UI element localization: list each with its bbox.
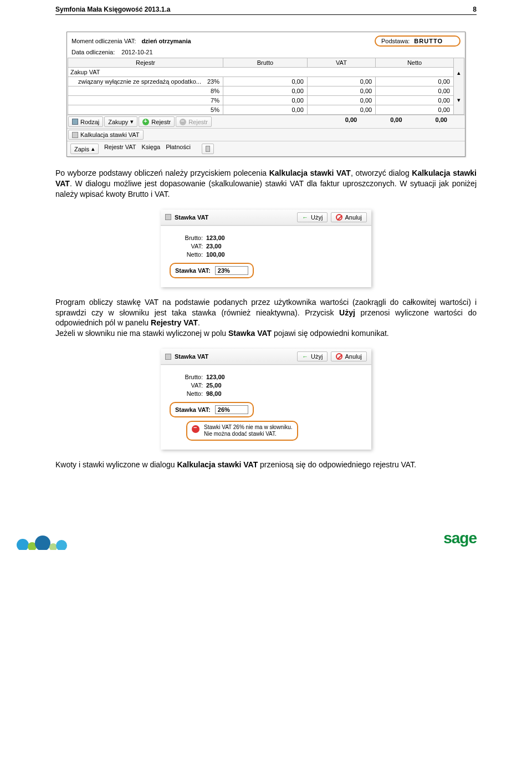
rate: 5% [68, 105, 223, 115]
cell[interactable]: 0,00 [223, 105, 308, 115]
total-vat: 0,00 [390, 116, 402, 127]
rate: 7% [68, 96, 223, 105]
minus-icon [180, 119, 186, 125]
calculator-icon [165, 214, 171, 220]
brutto-label: Brutto: [170, 234, 203, 241]
cancel-icon [336, 353, 342, 360]
list-icon [72, 119, 78, 125]
netto-label: Netto: [170, 390, 203, 397]
rodzaj-button[interactable]: Rodzaj [68, 116, 103, 127]
total-brutto: 0,00 [345, 116, 357, 127]
rate-label: Stawka VAT: [175, 406, 211, 413]
scrollbar[interactable]: ▴▾ [454, 58, 464, 115]
del-rejestr-button[interactable]: Rejestr [176, 116, 212, 127]
col-brutto: Brutto [223, 58, 308, 68]
doc-title: Symfonia Mała Księgowość 2013.1.a [55, 6, 170, 13]
cell[interactable]: 0,00 [376, 96, 454, 105]
moment-value: dzień otrzymania [141, 38, 191, 44]
warn-line1: Stawki VAT 26% nie ma w słowniku. [204, 424, 293, 430]
warn-line2: Nie można dodać stawki VAT. [204, 431, 277, 437]
total-netto: 0,00 [436, 116, 447, 127]
cancel-icon [336, 214, 342, 221]
rate-highlight: Stawka VAT: 23% [170, 263, 254, 278]
col-rejestr: Rejestr [68, 58, 223, 68]
cancel-button[interactable]: Anuluj [331, 351, 367, 361]
footer: sage [0, 522, 532, 550]
vat-label: VAT: [170, 382, 203, 389]
cancel-button[interactable]: Anuluj [331, 212, 367, 222]
paragraph-1: Po wyborze podstawy obliczeń należy przy… [55, 168, 477, 200]
cell[interactable]: 0,00 [223, 96, 308, 105]
cell[interactable]: 0,00 [376, 77, 454, 86]
kalkulacja-button[interactable]: Kalkulacja stawki VAT [68, 130, 144, 140]
cell[interactable]: 0,00 [223, 77, 308, 86]
moment-label: Moment odliczenia VAT: [71, 38, 136, 44]
dialog-title: Stawka VAT [175, 353, 294, 360]
calculator-icon [72, 132, 78, 138]
vat-label: VAT: [170, 243, 203, 249]
use-button[interactable]: Użyj [297, 351, 328, 361]
data-value: 2012-10-21 [121, 49, 152, 55]
use-button[interactable]: Użyj [297, 212, 328, 222]
paragraph-2: Program obliczy stawkę VAT na podstawie … [55, 297, 477, 339]
tab-ksiega[interactable]: Księga [142, 144, 161, 154]
data-label: Data odliczenia: [71, 49, 115, 55]
add-rejestr-button[interactable]: Rejestr [139, 116, 175, 127]
group-header: Zakup VAT [68, 68, 454, 77]
page-number: 8 [473, 6, 477, 13]
rate-highlight: Stawka VAT: 26% [170, 402, 254, 417]
zakupy-button[interactable]: Zakupy ▾ [104, 116, 137, 127]
netto-label: Netto: [170, 251, 203, 258]
cell[interactable]: 0,00 [307, 96, 375, 105]
rate-input[interactable]: 23% [215, 266, 248, 275]
rate: 8% [68, 86, 223, 96]
vat-value[interactable]: 23,00 [206, 243, 222, 249]
sage-logo: sage [443, 529, 477, 547]
cell[interactable]: 0,00 [307, 86, 375, 96]
vat-table: Rejestr Brutto VAT Netto ▴▾ Zakup VAT zw… [68, 58, 464, 115]
dialog-title: Stawka VAT [175, 214, 294, 221]
rate-input[interactable]: 26% [215, 405, 248, 414]
netto-value[interactable]: 100,00 [206, 251, 225, 258]
paragraph-3: Kwoty i stawki wyliczone w dialogu Kalku… [55, 460, 477, 470]
tab-rejestr-vat[interactable]: Rejestr VAT [104, 144, 136, 154]
col-vat: VAT [307, 58, 375, 68]
podstawa-label: Podstawa: [381, 38, 410, 44]
cell[interactable]: 0,00 [376, 86, 454, 96]
netto-value[interactable]: 98,00 [206, 390, 222, 397]
tab-platnosci[interactable]: Płatności [166, 144, 191, 154]
arrow-left-icon [302, 214, 309, 221]
tab-zapis[interactable]: Zapis ▴ [70, 144, 99, 154]
rate-label: Stawka VAT: [175, 267, 211, 274]
podstawa-highlight: Podstawa: BRUTTO [375, 35, 461, 47]
error-icon [192, 425, 200, 433]
plus-icon [142, 119, 149, 125]
podstawa-value: BRUTTO [414, 38, 443, 44]
cell[interactable]: 0,00 [376, 105, 454, 115]
grid-icon [206, 146, 210, 152]
brutto-value[interactable]: 123,00 [206, 374, 225, 380]
group-sub: związany wyłącznie ze sprzedażą opodatko… [68, 77, 223, 86]
cell[interactable]: 0,00 [307, 105, 375, 115]
warning-box: Stawki VAT 26% nie ma w słowniku. Nie mo… [186, 421, 298, 441]
brutto-label: Brutto: [170, 374, 203, 380]
arrow-left-icon [302, 353, 309, 360]
vat-registry-panel: Moment odliczenia VAT: dzień otrzymania … [66, 32, 466, 157]
brutto-value[interactable]: 123,00 [206, 234, 225, 241]
stawka-vat-dialog-1: Stawka VAT Użyj Anuluj Brutto:123,00 VAT… [161, 210, 371, 287]
vat-value[interactable]: 25,00 [206, 382, 222, 389]
extra-button[interactable] [202, 144, 214, 154]
stawka-vat-dialog-2: Stawka VAT Użyj Anuluj Brutto:123,00 VAT… [161, 349, 371, 450]
cell[interactable]: 0,00 [307, 77, 375, 86]
cell[interactable]: 0,00 [223, 86, 308, 96]
calculator-icon [165, 354, 171, 360]
decorative-bubbles [17, 536, 64, 550]
col-netto: Netto [376, 58, 454, 68]
